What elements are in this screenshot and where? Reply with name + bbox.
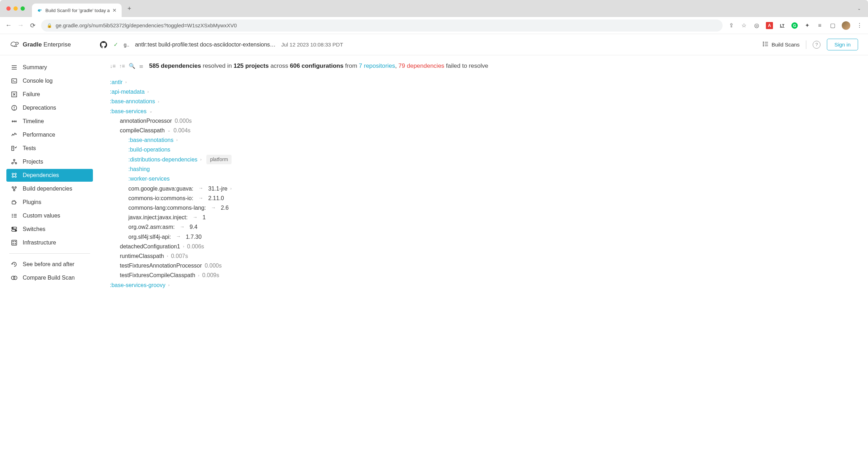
failure-icon: [11, 91, 18, 98]
tests-icon: [11, 145, 18, 152]
tree-node-runtime[interactable]: runtimeClasspath › 0.007s: [120, 251, 857, 261]
tree-dep-distributions[interactable]: :distributions-dependencies›platform: [128, 155, 857, 165]
timeline-icon: [11, 118, 18, 125]
failed-deps-link[interactable]: 79 dependencies: [399, 62, 445, 69]
back-button[interactable]: ←: [5, 22, 12, 29]
sidebar-item-switches[interactable]: Switches: [6, 223, 93, 236]
help-button[interactable]: ?: [813, 41, 820, 49]
arrow-icon: →: [180, 223, 185, 231]
reading-list-icon[interactable]: ≡: [816, 22, 823, 29]
tree-dep-hashing[interactable]: :hashing: [128, 164, 857, 174]
tree-dep-build-operations[interactable]: :build-operations: [128, 145, 857, 154]
chevron-down-icon: ⌄: [167, 127, 171, 134]
sidebar-item-infrastructure[interactable]: Infrastructure: [6, 236, 93, 249]
repositories-link[interactable]: 7 repositories: [359, 62, 395, 69]
share-icon[interactable]: ⇪: [728, 22, 735, 29]
new-tab-button[interactable]: +: [127, 5, 131, 12]
close-tab-icon[interactable]: ✕: [112, 7, 117, 13]
tree-dep-worker-services[interactable]: :worker-services: [128, 174, 857, 183]
sign-in-button[interactable]: Sign in: [827, 39, 858, 50]
extension-lt-icon[interactable]: LT: [779, 22, 786, 29]
address-bar[interactable]: 🔒 ge.gradle.org/s/num5ib52372lg/dependen…: [41, 20, 723, 32]
summary-text: 585 dependencies resolved in 125 project…: [149, 62, 488, 70]
sidebar-item-build-deps[interactable]: Build dependencies: [6, 182, 93, 195]
extension-a-icon[interactable]: A: [766, 22, 773, 29]
profile-avatar[interactable]: [842, 21, 850, 30]
chevron-right-icon: ›: [176, 137, 178, 143]
tree-node-compile-classpath[interactable]: compileClasspath ⌄ 0.004s: [120, 126, 857, 135]
tabs-overflow-icon[interactable]: ⌄: [857, 6, 861, 11]
side-panel-icon[interactable]: ▢: [829, 22, 836, 29]
gradle-favicon-icon: [37, 7, 43, 13]
console-icon: [11, 77, 18, 84]
tree-node-antlr[interactable]: :antlr›: [110, 77, 857, 87]
sidebar-item-custom-values[interactable]: Custom values: [6, 209, 93, 222]
minimize-window-button[interactable]: [13, 6, 18, 11]
tree-node-base-services-groovy[interactable]: :base-services-groovy›: [110, 280, 857, 290]
search-icon[interactable]: 🔍: [129, 63, 135, 69]
maximize-window-button[interactable]: [21, 6, 25, 11]
tree-node-detached[interactable]: detachedConfiguration1 › 0.006s: [120, 242, 857, 251]
toolbar-actions: ⇪ ☆ ◎ A LT G ✦ ≡ ▢ ⋮: [728, 21, 863, 30]
tree-node-test-fx-compile[interactable]: testFixturesCompileClasspath › 0.009s: [120, 270, 857, 280]
forward-button[interactable]: →: [17, 22, 24, 29]
sidebar-item-summary[interactable]: Summary: [6, 61, 93, 74]
sidebar-item-compare[interactable]: Compare Build Scan: [6, 271, 93, 284]
performance-icon: [11, 131, 18, 138]
close-window-button[interactable]: [6, 6, 11, 11]
sidebar-item-console[interactable]: Console log: [6, 75, 93, 87]
sort-down-icon[interactable]: ↓≡: [110, 63, 116, 69]
svg-point-25: [15, 176, 16, 177]
warning-icon: [11, 104, 18, 111]
sidebar-item-projects[interactable]: Projects: [6, 155, 93, 168]
platform-badge: platform: [206, 155, 232, 165]
github-icon[interactable]: [99, 40, 108, 49]
tree-dep-javax-inject[interactable]: javax.inject:javax.inject:→1: [128, 213, 857, 222]
filter-icon[interactable]: ≣: [139, 63, 144, 69]
bookmark-icon[interactable]: ☆: [740, 22, 747, 29]
svg-rect-9: [12, 79, 17, 83]
url-text: ge.gradle.org/s/num5ib52372lg/dependenci…: [56, 22, 237, 28]
chevron-right-icon: ›: [183, 243, 184, 250]
sidebar-item-timeline[interactable]: Timeline: [6, 115, 93, 128]
svg-point-42: [15, 241, 16, 242]
build-timestamp: Jul 12 2023 10:08:33 PDT: [281, 42, 343, 48]
tree-node-annotation-processor[interactable]: annotationProcessor 0.000s: [120, 116, 857, 126]
history-icon: [11, 261, 18, 268]
tree-node-base-annotations[interactable]: :base-annotations›: [110, 97, 857, 106]
tree-dep-commons-io[interactable]: commons-io:commons-io:→2.11.0: [128, 193, 857, 203]
sidebar-item-performance[interactable]: Performance: [6, 128, 93, 141]
sort-up-icon[interactable]: ↑≡: [119, 63, 125, 69]
svg-point-26: [12, 187, 13, 188]
svg-point-13: [14, 109, 15, 110]
sidebar-item-deprecations[interactable]: Deprecations: [6, 101, 93, 114]
sidebar-item-plugins[interactable]: Plugins: [6, 196, 93, 209]
menu-icon[interactable]: ⋮: [856, 22, 863, 29]
browser-tab[interactable]: Build Scan® for 'gradle' today a ✕: [32, 4, 122, 17]
summary-icon: [11, 64, 18, 71]
svg-point-22: [12, 173, 13, 175]
gradle-logo[interactable]: Gradle Enterprise: [10, 40, 71, 50]
tree-node-api-metadata[interactable]: :api-metadata›: [110, 87, 857, 97]
tree-dep-guava[interactable]: com.google.guava:guava:→31.1-jre›: [128, 184, 857, 193]
tree-node-test-fx-anno[interactable]: testFixturesAnnotationProcessor 0.000s: [120, 261, 857, 270]
extension-grammarly-icon[interactable]: G: [791, 22, 798, 29]
extension-scope-icon[interactable]: ◎: [753, 22, 760, 29]
tree-dep-commons-lang[interactable]: commons-lang:commons-lang:→2.6: [128, 203, 857, 213]
extensions-icon[interactable]: ✦: [803, 22, 811, 29]
tree-dep-asm[interactable]: org.ow2.asm:asm:→9.4: [128, 222, 857, 232]
svg-point-46: [13, 276, 17, 280]
sidebar-item-dependencies[interactable]: Dependencies: [6, 169, 93, 182]
sidebar-item-failure[interactable]: Failure: [6, 88, 93, 101]
sidebar-item-before-after[interactable]: See before and after: [6, 258, 93, 271]
sidebar-item-tests[interactable]: Tests: [6, 142, 93, 155]
build-scans-link[interactable]: Build Scans: [762, 41, 800, 48]
projects-icon: [11, 158, 18, 165]
tree-dep-base-annotations[interactable]: :base-annotations›: [128, 135, 857, 145]
browser-toolbar: ← → ⟳ 🔒 ge.gradle.org/s/num5ib52372lg/de…: [0, 17, 868, 34]
reload-button[interactable]: ⟳: [29, 22, 36, 29]
infrastructure-icon: [11, 239, 18, 246]
custom-values-icon: [11, 212, 18, 219]
tree-node-base-services[interactable]: :base-services⌄: [110, 106, 857, 116]
tree-dep-slf4j[interactable]: org.slf4j:slf4j-api:→1.7.30: [128, 232, 857, 242]
